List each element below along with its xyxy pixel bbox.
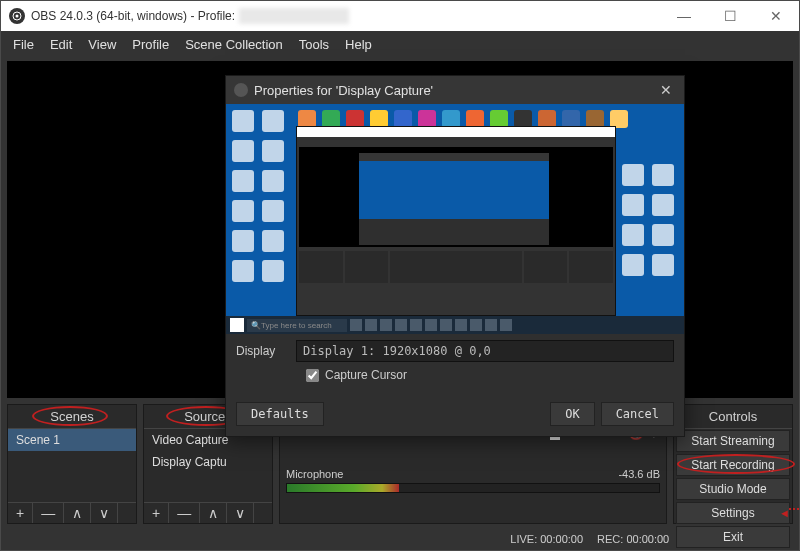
desktop-icons-right	[622, 164, 678, 276]
menu-file[interactable]: File	[5, 37, 42, 52]
studio-mode-button[interactable]: Studio Mode	[676, 478, 790, 500]
remove-source-button[interactable]: —	[169, 503, 200, 523]
dialog-buttons: Defaults OK Cancel	[226, 392, 684, 436]
dialog-titlebar: Properties for 'Display Capture' ✕	[226, 76, 684, 104]
display-select[interactable]: Display 1: 1920x1080 @ 0,0	[296, 340, 674, 362]
capture-cursor-row: Capture Cursor	[296, 368, 684, 392]
menubar: File Edit View Profile Scene Collection …	[1, 31, 799, 57]
desktop-icons	[232, 110, 288, 282]
display-capture-preview: 🔍 Type here to search	[226, 104, 684, 334]
menu-scene-collection[interactable]: Scene Collection	[177, 37, 291, 52]
scene-item[interactable]: Scene 1	[8, 429, 136, 451]
defaults-button[interactable]: Defaults	[236, 402, 324, 426]
scene-down-button[interactable]: ∨	[91, 503, 118, 523]
add-source-button[interactable]: +	[144, 503, 169, 523]
capture-cursor-checkbox[interactable]	[306, 369, 319, 382]
taskbar-search: 🔍 Type here to search	[247, 319, 347, 332]
remove-scene-button[interactable]: —	[33, 503, 64, 523]
dialog-body: 🔍 Type here to search Display Display 1:…	[226, 104, 684, 436]
ok-button[interactable]: OK	[550, 402, 594, 426]
cancel-button[interactable]: Cancel	[601, 402, 674, 426]
start-streaming-button[interactable]: Start Streaming	[676, 430, 790, 452]
scenes-toolbar: + — ∧ ∨	[8, 502, 136, 523]
controls-panel: Controls Start Streaming Start Recording…	[673, 404, 793, 524]
dialog-close-button[interactable]: ✕	[656, 82, 676, 98]
add-scene-button[interactable]: +	[8, 503, 33, 523]
mixer-microphone: Microphone -43.6 dB	[280, 464, 666, 523]
sources-toolbar: + — ∧ ∨	[144, 502, 272, 523]
source-item[interactable]: Display Captu	[144, 451, 272, 473]
close-button[interactable]: ✕	[753, 1, 799, 31]
svg-point-1	[16, 15, 19, 18]
mixer-db: -43.6 dB	[618, 468, 660, 480]
window-title: OBS 24.0.3 (64-bit, windows) - Profile:	[31, 9, 235, 23]
titlebar: OBS 24.0.3 (64-bit, windows) - Profile: …	[1, 1, 799, 31]
window-controls: — ☐ ✕	[661, 1, 799, 31]
properties-dialog: Properties for 'Display Capture' ✕	[225, 75, 685, 437]
dialog-title: Properties for 'Display Capture'	[254, 83, 433, 98]
sources-list[interactable]: Video Capture Display Captu	[144, 429, 272, 502]
display-select-row: Display Display 1: 1920x1080 @ 0,0	[226, 334, 684, 368]
obs-icon	[234, 83, 248, 97]
capture-cursor-label: Capture Cursor	[325, 368, 407, 382]
source-up-button[interactable]: ∧	[200, 503, 227, 523]
start-icon	[230, 318, 244, 332]
status-rec: REC: 00:00:00	[597, 533, 669, 545]
title-redacted	[239, 8, 349, 24]
start-recording-button[interactable]: Start Recording	[676, 454, 790, 476]
menu-edit[interactable]: Edit	[42, 37, 80, 52]
source-down-button[interactable]: ∨	[227, 503, 254, 523]
obs-icon	[9, 8, 25, 24]
settings-button[interactable]: Settings	[676, 502, 790, 524]
audio-meter	[286, 483, 660, 493]
scene-up-button[interactable]: ∧	[64, 503, 91, 523]
scenes-panel: Scenes Scene 1 + — ∧ ∨	[7, 404, 137, 524]
menu-tools[interactable]: Tools	[291, 37, 337, 52]
mixer-label: Microphone	[286, 468, 343, 480]
annotation-arrow	[779, 507, 800, 521]
minimize-button[interactable]: —	[661, 1, 707, 31]
menu-view[interactable]: View	[80, 37, 124, 52]
controls-title: Controls	[674, 405, 792, 429]
menu-help[interactable]: Help	[337, 37, 380, 52]
status-live: LIVE: 00:00:00	[510, 533, 583, 545]
scenes-list[interactable]: Scene 1	[8, 429, 136, 502]
windows-taskbar: 🔍 Type here to search	[226, 316, 684, 334]
menu-profile[interactable]: Profile	[124, 37, 177, 52]
scenes-title: Scenes	[8, 405, 136, 429]
exit-button[interactable]: Exit	[676, 526, 790, 548]
display-label: Display	[236, 344, 296, 358]
nested-obs-window	[296, 126, 616, 316]
maximize-button[interactable]: ☐	[707, 1, 753, 31]
